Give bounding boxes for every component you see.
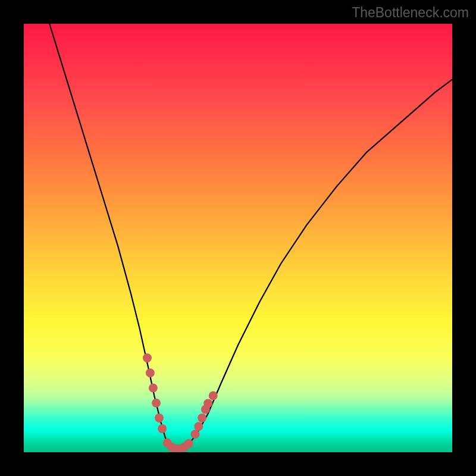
highlight-dot <box>167 443 176 452</box>
watermark-text: TheBottleneck.com <box>352 5 469 21</box>
highlight-dot <box>143 353 152 362</box>
highlight-dot <box>152 399 161 408</box>
bottleneck-curve-line <box>49 24 452 452</box>
highlight-dot <box>203 399 212 408</box>
highlight-dot <box>163 439 172 447</box>
chart-svg <box>24 24 452 452</box>
highlight-dot <box>155 414 164 422</box>
highlight-dot <box>194 422 203 431</box>
highlight-dot <box>201 405 210 414</box>
highlight-dot <box>149 384 158 393</box>
highlight-dot <box>171 444 180 452</box>
highlight-dot <box>180 443 189 452</box>
chart-plot-area <box>24 24 452 452</box>
highlight-dot <box>176 444 184 452</box>
highlight-dot <box>184 439 193 448</box>
highlight-dot <box>191 430 200 439</box>
highlight-dot <box>158 424 167 433</box>
highlight-dot <box>198 414 206 422</box>
highlight-dot <box>146 368 155 377</box>
highlight-dot <box>209 392 218 400</box>
highlight-markers <box>143 353 218 452</box>
